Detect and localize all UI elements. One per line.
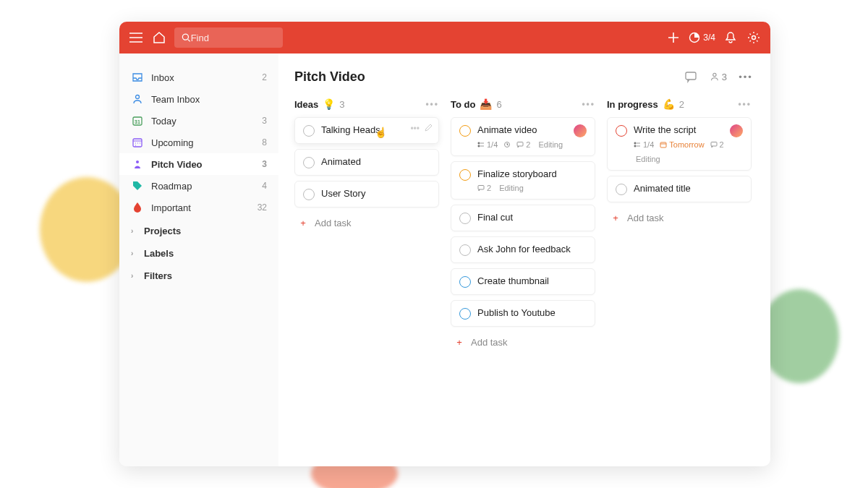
- sidebar-section-filters[interactable]: › Filters: [119, 263, 278, 286]
- column-count: 3: [339, 99, 344, 110]
- priority-checkbox[interactable]: [303, 125, 315, 137]
- sidebar-item-important[interactable]: Important 32: [119, 197, 278, 218]
- card-edit-icon[interactable]: [424, 124, 433, 134]
- svg-rect-14: [711, 142, 717, 147]
- priority-checkbox[interactable]: [459, 213, 471, 224]
- priority-checkbox[interactable]: [616, 125, 627, 137]
- sidebar-item-inbox[interactable]: Inbox 2: [119, 67, 278, 88]
- task-card[interactable]: Animated title: [607, 176, 752, 202]
- task-card[interactable]: User Story: [294, 181, 439, 207]
- card-title: Animated: [321, 156, 430, 167]
- priority-checkbox[interactable]: [616, 184, 627, 195]
- svg-rect-12: [478, 186, 484, 190]
- home-icon[interactable]: [151, 30, 167, 46]
- card-meta-subtask: 1/4: [634, 140, 654, 149]
- card-title: Publish to Youtube: [477, 307, 587, 318]
- add-task-button[interactable]: +Add task: [451, 332, 595, 353]
- karma-indicator[interactable]: 3/4: [689, 32, 715, 43]
- sidebar-item-count: 32: [258, 202, 267, 213]
- add-task-button[interactable]: +Add task: [607, 207, 752, 228]
- menu-icon[interactable]: [128, 30, 144, 46]
- sidebar-item-label: Important: [151, 202, 191, 213]
- sidebar-item-upcoming[interactable]: Upcoming 8: [119, 132, 278, 153]
- add-icon[interactable]: [665, 30, 681, 46]
- column-more-icon[interactable]: •••: [425, 99, 439, 109]
- priority-checkbox[interactable]: [459, 276, 471, 288]
- svg-point-2: [752, 36, 756, 40]
- sidebar-item-team-inbox[interactable]: Team Inbox: [119, 88, 278, 110]
- karma-text: 3/4: [703, 33, 715, 43]
- due-icon: [660, 141, 667, 148]
- search-input[interactable]: [191, 33, 276, 43]
- add-task-label: Add task: [315, 218, 352, 228]
- comments-icon[interactable]: [682, 68, 699, 85]
- assignee-avatar[interactable]: [730, 124, 743, 137]
- card-meta-reminder: [503, 140, 511, 149]
- task-card[interactable]: Animate video 1/42Editing: [451, 117, 595, 156]
- task-card[interactable]: Ask John for feedback: [451, 236, 595, 263]
- column-more-icon[interactable]: •••: [582, 99, 595, 109]
- priority-checkbox[interactable]: [459, 244, 471, 256]
- column-header: Ideas 💡 3 •••: [294, 98, 439, 110]
- comment-icon: [477, 184, 485, 192]
- card-title: User Story: [321, 188, 430, 199]
- section-label: Projects: [144, 226, 181, 236]
- notifications-icon[interactable]: [723, 30, 739, 46]
- sidebar-section-labels[interactable]: › Labels: [119, 241, 278, 263]
- priority-checkbox[interactable]: [303, 157, 315, 168]
- settings-icon[interactable]: [746, 30, 762, 46]
- priority-checkbox[interactable]: [459, 125, 471, 137]
- comment-icon: [710, 141, 718, 148]
- svg-point-7: [136, 160, 139, 163]
- svg-point-0: [182, 34, 188, 40]
- priority-checkbox[interactable]: [303, 189, 315, 200]
- card-title: Animated title: [634, 183, 743, 194]
- sidebar-item-label: Team Inbox: [151, 94, 200, 105]
- task-card[interactable]: Talking Heads ••• ☝: [294, 117, 439, 144]
- more-icon[interactable]: •••: [737, 68, 754, 85]
- card-meta-comment: 2: [710, 140, 724, 149]
- board-column: Ideas 💡 3 ••• Talking Heads ••• ☝ Animat…: [294, 98, 439, 353]
- column-emoji-icon: 💡: [323, 98, 335, 110]
- chevron-right-icon: ›: [131, 249, 138, 257]
- card-title: Ask John for feedback: [477, 244, 587, 254]
- priority-checkbox[interactable]: [459, 308, 471, 320]
- upcoming-icon: [131, 136, 144, 149]
- task-card[interactable]: Create thumbnail: [451, 268, 595, 295]
- task-card[interactable]: Write the script 1/4Tomorrow2Editing: [607, 117, 752, 171]
- add-task-button[interactable]: +Add task: [294, 213, 439, 234]
- sidebar-item-label: Pitch Video: [151, 159, 203, 170]
- card-title: Create thumbnail: [477, 275, 587, 286]
- board-column: To do 📥 6 ••• Animate video 1/42Editing …: [451, 98, 595, 353]
- card-title: Finalize storyboard: [477, 168, 587, 179]
- search-icon: [182, 33, 191, 43]
- svg-rect-11: [517, 142, 523, 147]
- card-more-icon[interactable]: •••: [410, 124, 420, 134]
- sidebar-section-projects[interactable]: › Projects: [119, 218, 278, 241]
- chevron-right-icon: ›: [131, 272, 138, 280]
- sidebar-item-pitch-video[interactable]: Pitch Video 3: [119, 153, 278, 175]
- card-title: Write the script: [634, 124, 723, 135]
- task-card[interactable]: Finalize storyboard 2Editing: [451, 161, 595, 200]
- column-title: In progress: [607, 99, 658, 110]
- share-count: 3: [722, 72, 727, 82]
- card-meta-label: Editing: [497, 184, 524, 192]
- column-count: 2: [679, 99, 684, 110]
- sidebar-item-roadmap[interactable]: Roadmap 4: [119, 175, 278, 197]
- task-card[interactable]: Final cut: [451, 205, 595, 231]
- column-more-icon[interactable]: •••: [738, 99, 752, 109]
- priority-checkbox[interactable]: [459, 169, 471, 181]
- reminder-icon: [503, 141, 511, 148]
- search-box[interactable]: [174, 27, 283, 48]
- assignee-avatar[interactable]: [574, 124, 587, 137]
- board-column: In progress 💪 2 ••• Write the script 1/4…: [607, 98, 752, 353]
- sidebar-item-today[interactable]: 31 Today 3: [119, 110, 278, 132]
- karma-pie-icon: [689, 32, 700, 43]
- task-card[interactable]: Publish to Youtube: [451, 300, 595, 327]
- subtask-icon: [634, 141, 641, 148]
- column-header: In progress 💪 2 •••: [607, 98, 752, 110]
- share-button[interactable]: 3: [710, 68, 727, 85]
- task-card[interactable]: Animated: [294, 149, 439, 176]
- sidebar-item-count: 8: [262, 137, 267, 147]
- sidebar-item-count: 3: [262, 116, 267, 126]
